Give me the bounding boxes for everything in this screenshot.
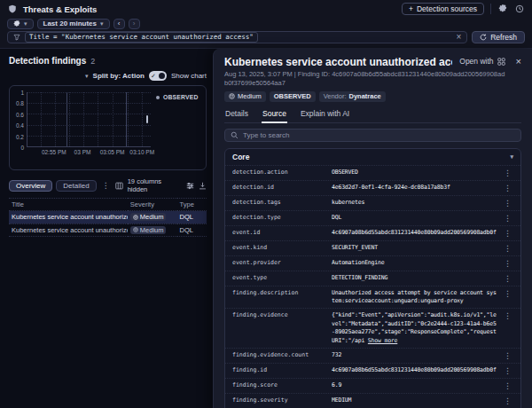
kebab-menu-icon[interactable]: ⋮ (502, 311, 513, 320)
field-row: detection.actionOBSERVED⋮ (225, 165, 520, 180)
severity-badge: Medium (224, 91, 266, 102)
tab-details[interactable]: Details (224, 107, 249, 123)
tab-detailed[interactable]: Detailed (56, 180, 96, 192)
y-tick: 0.8 (16, 100, 24, 106)
findings-panel: Detection findings 2 ▾ Split by: Action … (0, 49, 213, 408)
timeframe-back-button[interactable]: ‹ (113, 19, 125, 29)
toggle-knob (159, 73, 165, 79)
field-row: detection.id4e63d2d7-0ef1-4cfa-924e-dc08… (225, 180, 520, 195)
vendor-value: Dynatrace (349, 92, 381, 100)
clear-filter-icon[interactable]: × (456, 33, 461, 42)
detail-tabs: Details Source Explain with AI (224, 107, 521, 123)
y-tick: 0 (20, 145, 24, 151)
findings-chart: 1 0.8 0.6 0.4 0.2 0 (9, 85, 207, 170)
column-header-title[interactable]: Title (9, 199, 128, 211)
tab-overview[interactable]: Overview (9, 180, 52, 192)
field-value: 4c6907a08b6d55abdc831231440e80b09add2005… (332, 366, 497, 373)
kebab-menu-icon[interactable]: ⋮ (502, 366, 513, 375)
main-content: Detection findings 2 ▾ Split by: Action … (0, 49, 532, 408)
columns-hidden-label[interactable]: 19 columns hidden (128, 177, 182, 193)
history-clock-icon[interactable] (514, 4, 525, 14)
chevron-down-icon[interactable]: ▾ (85, 73, 89, 80)
field-key: finding.score (232, 381, 332, 388)
timeframe-forward-button[interactable]: › (129, 19, 140, 29)
vendor-badge: Vendor: Dynatrace (319, 91, 386, 102)
tab-source[interactable]: Source (262, 107, 287, 123)
timeframe-selector[interactable]: Last 20 minutes ▾ (37, 19, 110, 29)
table-row[interactable]: Kubernetes service account unauthorized … (9, 211, 207, 224)
kebab-menu-icon[interactable]: ⋮ (502, 229, 513, 238)
legend-label: OBSERVED (163, 94, 199, 100)
refresh-button[interactable]: Refresh (472, 31, 525, 43)
severity-label: Medium (140, 213, 164, 221)
close-icon[interactable]: × (516, 56, 521, 67)
field-value: SECURITY_EVENT (332, 244, 497, 251)
field-row: detection.tagskubernetes⋮ (225, 195, 520, 210)
field-row: event.providerAutomationEngine⋮ (225, 255, 520, 271)
observed-data-point[interactable] (146, 115, 148, 124)
y-tick: 0.4 (16, 122, 24, 129)
field-key: event.kind (232, 244, 332, 251)
kebab-menu-icon[interactable]: ⋮ (502, 259, 513, 268)
field-key: finding.evidence (232, 311, 332, 318)
detection-sources-label: Detection sources (417, 4, 477, 13)
kebab-menu-icon[interactable]: ⋮ (502, 184, 513, 192)
kebab-menu-icon[interactable]: ⋮ (502, 396, 513, 405)
search-input[interactable] (243, 131, 515, 139)
table-settings-icon[interactable] (186, 182, 194, 190)
field-row: detection.typeDQL⋮ (225, 210, 520, 225)
x-tick: 03:10 PM (129, 149, 154, 155)
chart-legend: OBSERVED (151, 92, 202, 168)
split-by-selector[interactable]: Split by: Action (93, 72, 145, 80)
column-header-severity[interactable]: Severity (128, 199, 177, 211)
show-more-link[interactable]: Show more (368, 337, 397, 344)
chart-y-axis: 1 0.8 0.6 0.4 0.2 0 (13, 92, 27, 147)
cell-type: DQL (177, 224, 207, 237)
severity-label: Medium (238, 92, 262, 100)
show-chart-toggle[interactable]: ✓ (149, 71, 167, 81)
show-chart-label: Show chart (171, 72, 207, 80)
field-value: Unauthorized access attempt by service a… (332, 289, 497, 306)
field-row: finding.evidence.count732⋮ (225, 348, 520, 363)
field-value: {"kind":"Event","apiVersion":"audit.k8s.… (332, 311, 497, 345)
field-key: detection.tags (232, 199, 332, 206)
x-tick: 02:55 PM (42, 149, 66, 155)
filter-row: Title = "Kubernetes service account unau… (0, 31, 532, 48)
table-row[interactable]: Kubernetes service account unauthorized … (9, 224, 207, 237)
kebab-menu-icon[interactable]: ⋮ (502, 199, 513, 208)
kebab-menu-icon[interactable]: ⋮ (502, 214, 513, 223)
vendor-label: Vendor: (324, 92, 347, 100)
filter-input[interactable]: Title = "Kubernetes service account unau… (7, 31, 467, 43)
detection-sources-button[interactable]: + Detection sources (402, 3, 484, 15)
cell-title: Kubernetes service account unauthorized … (9, 211, 128, 224)
kebab-menu-icon[interactable]: ⋮ (502, 244, 513, 253)
severity-shield-icon (133, 227, 138, 232)
detail-search[interactable] (224, 129, 521, 142)
download-icon[interactable] (199, 182, 207, 190)
field-value-text: {"kind":"Event","apiVersion":"audit.k8s.… (332, 311, 497, 343)
grid-columns-icon[interactable] (115, 182, 123, 190)
column-header-type[interactable]: Type (177, 199, 207, 211)
kebab-menu-icon[interactable]: ⋮ (100, 181, 112, 190)
chart-x-axis: 02:55 PM 03 PM 03:05 PM 03:10 PM (27, 147, 151, 156)
open-with-button[interactable]: Open with (459, 57, 505, 66)
kebab-menu-icon[interactable]: ⋮ (502, 289, 513, 298)
tab-explain-with-ai[interactable]: Explain with AI (300, 107, 350, 123)
chart-plot-area[interactable] (27, 92, 151, 147)
legend-item-observed[interactable]: OBSERVED (156, 94, 202, 100)
gear-icon[interactable] (497, 4, 508, 14)
filter-chip[interactable]: Title = "Kubernetes service account unau… (25, 32, 258, 43)
filter-toolbar: ▾ Last 20 minutes ▾ ‹ › (0, 18, 532, 31)
filter-settings-button[interactable]: ▾ (7, 19, 34, 29)
field-row: event.typeDETECTION_FINDING⋮ (225, 271, 520, 286)
kebab-menu-icon[interactable]: ⋮ (502, 274, 513, 283)
collapse-chevron-icon[interactable]: ▾ (510, 153, 513, 161)
kebab-menu-icon[interactable]: ⋮ (502, 351, 513, 360)
y-tick: 1 (20, 90, 24, 96)
open-with-label: Open with (459, 57, 493, 66)
kebab-menu-icon[interactable]: ⋮ (502, 381, 513, 390)
field-key: detection.action (232, 169, 332, 176)
cell-title: Kubernetes service account unauthorized … (9, 224, 128, 237)
severity-shield-icon (133, 215, 138, 220)
kebab-menu-icon[interactable]: ⋮ (502, 169, 513, 177)
